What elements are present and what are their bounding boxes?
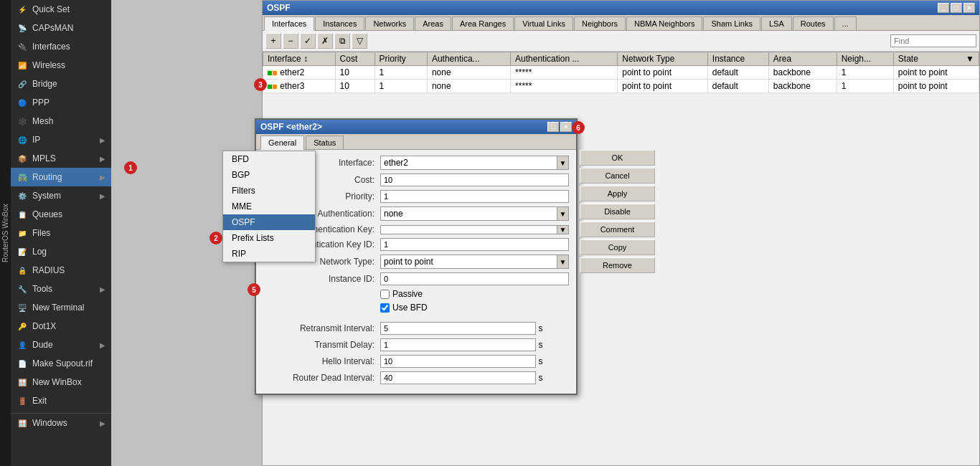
sidebar-item-interfaces[interactable]: 🔌 Interfaces	[11, 37, 111, 56]
table-row[interactable]: ether2 10 1 none ***** point to point de…	[263, 66, 979, 80]
ether2-tab-status[interactable]: Status	[306, 135, 344, 149]
submenu-filters[interactable]: Filters	[223, 183, 315, 199]
col-auth-key[interactable]: Authentication ...	[511, 52, 618, 66]
tab-virtual-links[interactable]: Virtual Links	[514, 16, 573, 30]
sidebar-item-wireless[interactable]: 📶 Wireless	[11, 56, 111, 75]
tab-interfaces[interactable]: Interfaces	[264, 16, 314, 31]
tab-areas[interactable]: Areas	[415, 16, 451, 30]
filter-btn[interactable]: ▽	[352, 33, 367, 49]
edit-btn[interactable]: ✓	[300, 33, 316, 49]
cancel-button[interactable]: Cancel	[580, 168, 655, 184]
comment-button[interactable]: Comment	[580, 222, 655, 237]
ether2-close-btn[interactable]: ×	[560, 122, 572, 132]
col-network-type[interactable]: Network Type	[618, 52, 708, 66]
retransmit-input[interactable]	[380, 322, 536, 335]
sidebar-item-files[interactable]: 📁 Files	[11, 224, 111, 242]
network-type-select[interactable]: point to point ▼	[380, 255, 569, 269]
tab-nbma-neighbors[interactable]: NBMA Neighbors	[626, 16, 702, 30]
hello-input[interactable]	[380, 355, 536, 368]
use-bfd-checkbox[interactable]	[380, 303, 390, 313]
col-cost[interactable]: Cost	[335, 52, 374, 66]
cell-instance: default	[707, 66, 768, 80]
sidebar-item-mesh[interactable]: 🕸️ Mesh	[11, 112, 111, 130]
cell-network-type: point to point	[618, 80, 708, 93]
sidebar-item-exit[interactable]: 🚪 Exit	[11, 391, 111, 410]
tab-sham-links[interactable]: Sham Links	[703, 16, 760, 30]
remove-button[interactable]: Remove	[580, 257, 655, 273]
tab-networks[interactable]: Networks	[365, 16, 414, 30]
submenu-rip[interactable]: RIP	[223, 246, 315, 262]
tab-lsa[interactable]: LSA	[761, 16, 792, 30]
interface-select[interactable]: ether2 ▼	[380, 156, 569, 170]
sidebar-item-quickset[interactable]: ⚡ Quick Set	[11, 0, 111, 19]
sidebar-item-system[interactable]: ⚙️ System ▶	[11, 186, 111, 205]
col-auth[interactable]: Authentica...	[427, 52, 510, 66]
delete-btn[interactable]: ✗	[317, 33, 333, 49]
network-type-dropdown-arrow[interactable]: ▼	[557, 255, 568, 268]
sidebar-item-ip[interactable]: 🌐 IP ▶	[11, 130, 111, 149]
find-input[interactable]	[890, 34, 976, 47]
sidebar-item-capsman[interactable]: 📡 CAPsMAN	[11, 19, 111, 37]
sidebar-item-tools[interactable]: 🔧 Tools ▶	[11, 280, 111, 298]
sidebar-item-makesupout[interactable]: 📄 Make Supout.rif	[11, 354, 111, 373]
auth-key-id-input[interactable]	[380, 238, 569, 251]
table-row[interactable]: ether3 10 1 none ***** point to point de…	[263, 80, 979, 93]
instance-id-input[interactable]	[380, 272, 569, 285]
disable-button[interactable]: Disable	[580, 204, 655, 219]
cost-input[interactable]	[380, 173, 569, 186]
tab-routes[interactable]: Routes	[793, 16, 834, 30]
tab-neighbors[interactable]: Neighbors	[574, 16, 626, 30]
mpls-arrow: ▶	[100, 155, 105, 163]
submenu-ospf[interactable]: OSPF	[223, 214, 315, 230]
form-row-retransmit: Retransmit Interval: s	[263, 322, 569, 335]
tab-area-ranges[interactable]: Area Ranges	[452, 16, 514, 30]
copy-btn-tb[interactable]: ⧉	[334, 33, 350, 49]
interface-dropdown-arrow[interactable]: ▼	[557, 156, 568, 169]
sidebar-item-routing[interactable]: 🛣️ Routing ▶	[11, 168, 111, 186]
col-state[interactable]: State ▼	[893, 52, 979, 66]
ospf-minimize-btn[interactable]: _	[938, 3, 949, 13]
ospf-close-btn[interactable]: ×	[963, 3, 975, 13]
col-instance[interactable]: Instance	[707, 52, 768, 66]
sidebar-item-log[interactable]: 📝 Log	[11, 242, 111, 261]
submenu-mme[interactable]: MME	[223, 199, 315, 214]
sidebar-item-queues[interactable]: 📋 Queues	[11, 205, 111, 224]
ether2-tab-general[interactable]: General	[260, 135, 304, 150]
auth-key-dropdown-arrow[interactable]: ▼	[557, 226, 568, 234]
authentication-select[interactable]: none ▼	[380, 206, 569, 221]
sidebar-item-new-terminal[interactable]: 🖥️ New Terminal	[11, 298, 111, 317]
tab-more[interactable]: ...	[834, 16, 857, 30]
add-btn[interactable]: +	[265, 33, 281, 49]
col-priority[interactable]: Priority	[374, 52, 427, 66]
col-interface[interactable]: Interface ↕	[263, 52, 336, 66]
col-area[interactable]: Area	[768, 52, 837, 66]
ospf-maximize-btn[interactable]: □	[951, 3, 962, 13]
col-neighbors[interactable]: Neigh...	[837, 52, 893, 66]
routing-submenu: BFD BGP Filters MME OSPF Prefix Lists RI…	[222, 151, 316, 262]
sidebar-item-dude[interactable]: 👤 Dude ▶	[11, 336, 111, 354]
sidebar-item-bridge[interactable]: 🔗 Bridge	[11, 75, 111, 93]
form-row-use-bfd: Use BFD	[263, 303, 569, 313]
router-dead-input[interactable]	[380, 371, 536, 384]
submenu-bfd[interactable]: BFD	[223, 151, 315, 167]
apply-button[interactable]: Apply	[580, 186, 655, 201]
submenu-prefix-lists[interactable]: Prefix Lists	[223, 230, 315, 246]
remove-btn[interactable]: −	[283, 33, 298, 49]
authentication-dropdown-arrow[interactable]: ▼	[557, 207, 568, 220]
sidebar-item-new-winbox[interactable]: 🪟 New WinBox	[11, 373, 111, 391]
ospf-toolbar: + − ✓ ✗ ⧉ ▽	[263, 31, 979, 52]
sidebar-item-ppp[interactable]: 🔵 PPP	[11, 93, 111, 112]
sidebar-item-mpls[interactable]: 📦 MPLS ▶	[11, 149, 111, 168]
auth-key-select[interactable]: ▼	[380, 225, 569, 234]
sidebar-item-radius[interactable]: 🔒 RADIUS	[11, 261, 111, 280]
ok-button[interactable]: OK	[580, 150, 655, 166]
transmit-delay-input[interactable]	[380, 338, 536, 351]
passive-checkbox[interactable]	[380, 290, 390, 299]
submenu-bgp[interactable]: BGP	[223, 167, 315, 183]
ether2-maximize-btn[interactable]: □	[547, 122, 559, 132]
copy-button[interactable]: Copy	[580, 239, 655, 255]
sidebar-item-windows[interactable]: 🪟 Windows ▶	[11, 414, 111, 432]
priority-input[interactable]	[380, 190, 569, 203]
tab-instances[interactable]: Instances	[315, 16, 364, 30]
sidebar-item-dot1x[interactable]: 🔑 Dot1X	[11, 317, 111, 336]
